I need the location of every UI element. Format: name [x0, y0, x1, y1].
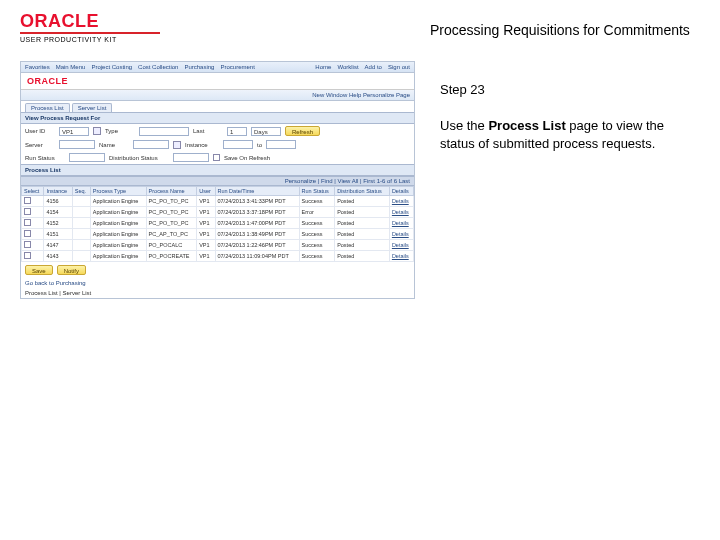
col-seq[interactable]: Seq.	[72, 187, 90, 196]
label-type: Type	[105, 128, 135, 134]
label-to: to	[257, 142, 262, 148]
cell-run: Success	[299, 229, 335, 240]
cell-instance: 4156	[44, 196, 72, 207]
col-details[interactable]: Details	[389, 187, 413, 196]
input-runstatus[interactable]	[69, 153, 105, 162]
cell-dist: Posted	[335, 218, 390, 229]
link-worklist[interactable]: Worklist	[337, 64, 358, 70]
panel-title: View Process Request For	[21, 112, 414, 124]
nav-project-costing[interactable]: Project Costing	[91, 64, 132, 70]
body-pre: Use the	[440, 118, 488, 133]
col-instance[interactable]: Instance	[44, 187, 72, 196]
nav-cost-collection[interactable]: Cost Collection	[138, 64, 178, 70]
nav-purchasing[interactable]: Purchasing	[184, 64, 214, 70]
cell-ptype: Application Engine	[90, 240, 146, 251]
go-back-link[interactable]: Go back to Purchasing	[21, 278, 414, 288]
doc-title: Processing Requisitions for Commitments	[170, 10, 700, 38]
input-userid[interactable]: VP1	[59, 127, 89, 136]
nav-main-menu[interactable]: Main Menu	[56, 64, 86, 70]
cell-dt: 07/24/2013 1:22:46PM PDT	[215, 240, 299, 251]
table-row: 4143Application EnginePO_POCREATEVP107/2…	[22, 251, 414, 262]
cell-select[interactable]	[22, 196, 44, 207]
footer-tabs[interactable]: Process List | Server List	[21, 288, 414, 298]
app-subbar: New Window Help Personalize Page	[21, 90, 414, 101]
cell-select[interactable]	[22, 207, 44, 218]
cell-run: Success	[299, 251, 335, 262]
col-diststatus[interactable]: Distribution Status	[335, 187, 390, 196]
checkbox-save-on-refresh[interactable]	[213, 154, 220, 161]
cell-dt: 07/24/2013 11:09:04PM PDT	[215, 251, 299, 262]
form-row-3: Run Status Distribution Status Save On R…	[21, 151, 414, 164]
cell-details[interactable]: Details	[389, 251, 413, 262]
instruction-panel: Step 23 Use the Process List page to vie…	[415, 61, 700, 299]
input-last[interactable]: 1	[227, 127, 247, 136]
nav-favorites[interactable]: Favorites	[25, 64, 50, 70]
footer-buttons: Save Notify	[21, 262, 414, 278]
label-save-on-refresh: Save On Refresh	[224, 155, 270, 161]
tab-server-list[interactable]: Server List	[72, 103, 113, 112]
cell-ptype: Application Engine	[90, 229, 146, 240]
brand-block: ORACLE USER PRODUCTIVITY KIT	[20, 10, 170, 43]
cell-select[interactable]	[22, 229, 44, 240]
cell-details[interactable]: Details	[389, 240, 413, 251]
cell-pname: PC_PO_TO_PC	[146, 207, 197, 218]
input-name[interactable]	[133, 140, 169, 149]
form-row-2: Server Name Instance to	[21, 138, 414, 151]
lookup-icon[interactable]	[93, 127, 101, 135]
app-topbar: Favorites Main Menu Project Costing Cost…	[21, 62, 414, 73]
col-select[interactable]: Select	[22, 187, 44, 196]
col-ptype[interactable]: Process Type	[90, 187, 146, 196]
grid-nav-text[interactable]: Personalize | Find | View All | First 1-…	[285, 178, 410, 184]
input-diststatus[interactable]	[173, 153, 209, 162]
col-datetime[interactable]: Run Date/Time	[215, 187, 299, 196]
label-userid: User ID	[25, 128, 55, 134]
brand-subtitle: USER PRODUCTIVITY KIT	[20, 36, 170, 43]
input-type[interactable]	[139, 127, 189, 136]
cell-instance: 4147	[44, 240, 72, 251]
cell-seq	[72, 240, 90, 251]
input-instance-from[interactable]	[223, 140, 253, 149]
cell-pname: PO_POCREATE	[146, 251, 197, 262]
label-name: Name	[99, 142, 129, 148]
cell-instance: 4143	[44, 251, 72, 262]
col-pname[interactable]: Process Name	[146, 187, 197, 196]
cell-pname: PC_AP_TO_PC	[146, 229, 197, 240]
cell-details[interactable]: Details	[389, 218, 413, 229]
nav-procurement[interactable]: Procurement	[220, 64, 254, 70]
cell-user: VP1	[197, 196, 215, 207]
cell-dist: Posted	[335, 251, 390, 262]
notify-button[interactable]: Notify	[57, 265, 86, 275]
content-region: Favorites Main Menu Project Costing Cost…	[0, 51, 720, 299]
cell-dt: 07/24/2013 1:38:49PM PDT	[215, 229, 299, 240]
table-row: 4154Application EnginePC_PO_TO_PCVP107/2…	[22, 207, 414, 218]
oracle-logo: ORACLE	[20, 12, 170, 30]
table-row: 4147Application EnginePO_POCALCVP107/24/…	[22, 240, 414, 251]
screenshot-region: Favorites Main Menu Project Costing Cost…	[20, 61, 415, 299]
refresh-button[interactable]: Refresh	[285, 126, 320, 136]
label-runstatus: Run Status	[25, 155, 65, 161]
label-server: Server	[25, 142, 55, 148]
tab-process-list[interactable]: Process List	[25, 103, 70, 112]
cell-details[interactable]: Details	[389, 196, 413, 207]
app-brandbar: ORACLE	[21, 73, 414, 90]
save-button[interactable]: Save	[25, 265, 53, 275]
table-row: 4151Application EnginePC_AP_TO_PCVP107/2…	[22, 229, 414, 240]
table-row: 4152Application EnginePC_PO_TO_PCVP107/2…	[22, 218, 414, 229]
grid-nav: Personalize | Find | View All | First 1-…	[21, 176, 414, 186]
cell-select[interactable]	[22, 240, 44, 251]
cell-select[interactable]	[22, 218, 44, 229]
col-runstatus[interactable]: Run Status	[299, 187, 335, 196]
input-instance-to[interactable]	[266, 140, 296, 149]
cell-select[interactable]	[22, 251, 44, 262]
link-signout[interactable]: Sign out	[388, 64, 410, 70]
cell-details[interactable]: Details	[389, 207, 413, 218]
col-user[interactable]: User	[197, 187, 215, 196]
form-row-1: User ID VP1 Type Last 1 Days Refresh	[21, 124, 414, 138]
link-home[interactable]: Home	[315, 64, 331, 70]
cell-details[interactable]: Details	[389, 229, 413, 240]
link-addto[interactable]: Add to	[365, 64, 382, 70]
lookup-icon-2[interactable]	[173, 141, 181, 149]
input-last-unit[interactable]: Days	[251, 127, 281, 136]
input-server[interactable]	[59, 140, 95, 149]
cell-user: VP1	[197, 229, 215, 240]
